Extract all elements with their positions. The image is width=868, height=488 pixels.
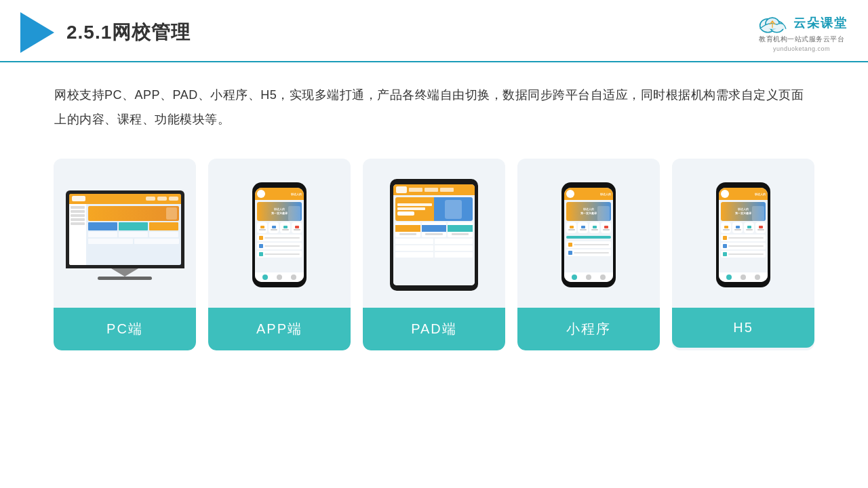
card-app-image: 职达人的 职达人的第一堂兴趣课 [208, 159, 351, 308]
tablet-cell-3 [395, 245, 433, 251]
phone-body-mini: 职达人的第一堂兴趣课 [564, 200, 613, 272]
header: 2.5.1网校管理 云朵课堂 教育机构一站式服务云平台 yunduoketang… [0, 0, 868, 62]
phone-avatar [257, 190, 265, 198]
monitor-banner-figure [166, 207, 177, 220]
phone-screen-h5: 职达人的 职达人的第一堂兴趣课 [719, 188, 768, 282]
phone-icon-dot-4 [295, 226, 299, 228]
phone-title-mini: 职达人的 [600, 192, 611, 196]
phone-list-3 [257, 251, 302, 258]
tablet-card-text-3 [452, 233, 469, 235]
brand-name: 云朵课堂 [793, 15, 848, 31]
phone-figure-h5 [752, 206, 764, 221]
pc-monitor-wrapper [66, 190, 184, 280]
phone-icons-row-mini [566, 222, 611, 233]
phone-title: 职达人的 [291, 192, 302, 196]
list-line-mini-2 [574, 252, 609, 253]
monitor-footer-2 [88, 239, 179, 244]
phone-banner-text-h5: 职达人的第一堂兴趣课 [732, 207, 754, 215]
tablet-nav-3 [440, 188, 454, 192]
phone-list-h5-2 [721, 243, 766, 249]
phone-topbar-h5: 职达人的 [719, 188, 768, 200]
sidebar-item-4 [71, 218, 85, 221]
phone-list-mini-1 [566, 241, 611, 248]
phone-banner-mini: 职达人的第一堂兴趣课 [566, 202, 611, 221]
phone-icon-label-2 [271, 229, 277, 230]
icon-dot-h5-1 [724, 226, 728, 228]
tablet-banner-right [434, 200, 473, 219]
phone-nav-mine-h5 [755, 274, 760, 280]
footer-item-5 [134, 239, 179, 244]
sidebar-item-1 [71, 206, 85, 209]
monitor-content [69, 194, 181, 265]
icon-dot-mini-2 [581, 226, 585, 228]
sidebar-item-2 [71, 210, 85, 213]
monitor-screen [69, 194, 181, 265]
card-pc: PC端 [54, 159, 196, 350]
monitor-banner [88, 206, 179, 221]
icon-dot-mini-3 [593, 226, 597, 228]
phone-bottom-nav-mini [564, 272, 613, 282]
monitor-footer [88, 232, 179, 237]
icon-label-h5-1 [723, 229, 730, 230]
list-line-h5-1 [728, 237, 764, 239]
phone-nav-mine-mini [600, 274, 606, 280]
phone-notch-mini [580, 182, 597, 186]
tablet-figure [445, 200, 462, 219]
phone-icon-3 [280, 222, 290, 233]
brand-url: yunduoketang.com [773, 45, 830, 52]
phone-list-line-1 [264, 237, 300, 239]
footer-item-3 [149, 232, 178, 237]
header-left: 2.5.1网校管理 [20, 12, 191, 53]
monitor-card-2 [119, 222, 148, 230]
monitor-card-1 [88, 222, 117, 230]
cloud-icon [755, 13, 789, 33]
phone-icon-1 [257, 222, 267, 233]
tablet-cell-1 [395, 239, 433, 244]
mini-promo-bar [566, 236, 611, 239]
tablet-banner-button [397, 211, 414, 216]
phone-figure [288, 206, 300, 221]
phone-notch [271, 182, 288, 186]
tablet-card-2 [422, 222, 447, 237]
phone-banner-text: 职达人的第一堂兴趣课 [269, 207, 290, 215]
phone-icon-dot-3 [283, 226, 288, 228]
monitor-outer [66, 190, 184, 268]
tablet-nav-1 [409, 188, 422, 192]
phone-icon-mini-3 [589, 222, 599, 233]
tablet-cell-5 [395, 252, 433, 258]
phone-notch-h5 [735, 182, 752, 186]
card-pc-image [54, 159, 196, 308]
phone-icon-4 [292, 222, 302, 233]
brand-tagline: 教育机构一站式服务云平台 [759, 35, 844, 44]
phone-nav-home-h5 [726, 274, 732, 280]
icon-label-mini-4 [603, 229, 610, 230]
footer-item-1 [88, 232, 117, 237]
tablet-mockup [390, 179, 478, 291]
icon-label-h5-2 [734, 229, 741, 230]
list-line-h5-2 [728, 245, 764, 247]
phone-list-line-2 [264, 245, 300, 247]
icon-dot-mini-1 [570, 226, 574, 228]
nav-dot-1 [146, 197, 155, 201]
nav-dot-3 [169, 197, 178, 201]
brand-logo: 云朵课堂 [755, 13, 848, 33]
tablet-card-text-1 [399, 233, 417, 235]
phone-icon-h5-3 [744, 222, 754, 233]
tablet-banner [395, 197, 473, 221]
list-dot-mini-1 [568, 243, 572, 247]
phone-list-dot-1 [259, 236, 263, 240]
icon-dot-h5-2 [736, 226, 740, 228]
cards-container: PC端 职达人的 职达人的第一堂兴趣课 [0, 138, 868, 371]
phone-mockup-app: 职达人的 职达人的第一堂兴趣课 [252, 182, 307, 287]
list-line-mini-1 [574, 244, 609, 245]
phone-figure-mini [597, 206, 610, 221]
logo-triangle-icon [20, 12, 54, 53]
phone-list-h5-3 [721, 251, 766, 258]
phone-screen: 职达人的 职达人的第一堂兴趣课 [255, 188, 304, 282]
monitor-nav [146, 197, 178, 201]
description-text: 网校支持PC、APP、PAD、小程序、H5，实现多端打通，产品各终端自由切换，数… [0, 62, 868, 138]
tablet-card-color-3 [448, 225, 473, 232]
phone-icon-mini-4 [601, 222, 611, 233]
icon-dot-h5-4 [759, 226, 763, 228]
card-pad: PAD端 [363, 159, 505, 350]
